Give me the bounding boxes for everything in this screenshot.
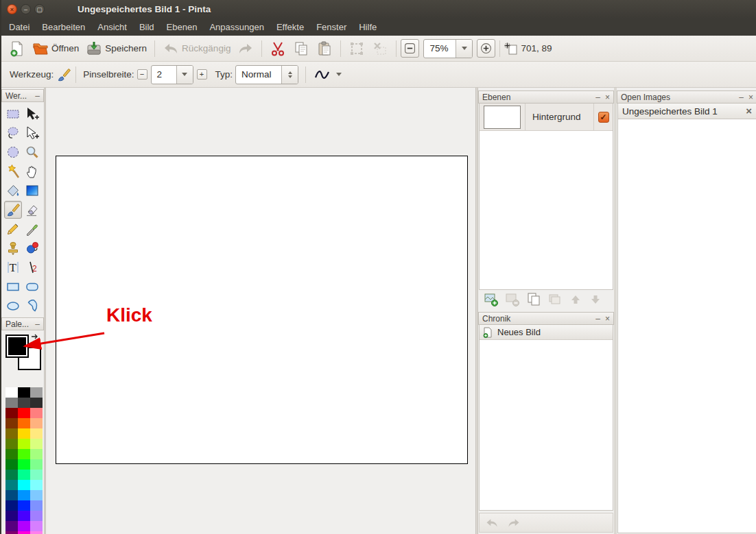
palette-swatch[interactable] [18, 470, 30, 480]
merge-layer-down-button[interactable] [547, 292, 563, 307]
crop-to-selection-button[interactable] [345, 38, 368, 59]
tool-rectangle[interactable] [4, 278, 22, 295]
palette-swatch[interactable] [18, 428, 30, 439]
lower-layer-button[interactable] [589, 293, 602, 306]
tool-eraser[interactable] [23, 201, 41, 219]
layer-name[interactable]: Hintergrund [525, 104, 593, 130]
window-minimize-button[interactable]: – [21, 4, 31, 14]
tool-pencil[interactable] [4, 220, 22, 238]
menu-ebenen[interactable]: Ebenen [161, 19, 204, 35]
palette-swatch[interactable] [30, 408, 43, 418]
palette-swatch[interactable] [18, 398, 30, 408]
menu-datei[interactable]: Datei [3, 19, 36, 35]
close-image-icon[interactable]: × [746, 106, 752, 116]
palette-swatch[interactable] [5, 439, 18, 449]
brush-width-combo[interactable]: 2 [151, 65, 193, 84]
window-maximize-button[interactable]: ▢ [34, 4, 45, 14]
primary-color-swatch[interactable] [5, 335, 29, 358]
palette-swatch[interactable] [30, 439, 43, 449]
deselect-button[interactable] [368, 38, 392, 59]
history-undo-button[interactable] [485, 516, 499, 530]
tool-recolor[interactable] [23, 239, 41, 257]
palette-swatch[interactable] [30, 459, 43, 470]
zoom-level-combo[interactable]: 75% [423, 39, 473, 58]
layer-thumbnail[interactable] [484, 106, 521, 129]
delete-layer-button[interactable] [505, 292, 520, 307]
zoom-out-button[interactable] [401, 39, 419, 58]
copy-button[interactable] [290, 38, 313, 59]
palette-swatch[interactable] [18, 408, 30, 418]
brush-width-decrease-button[interactable]: − [137, 69, 147, 80]
palette-swatch[interactable] [18, 418, 30, 428]
swap-colors-icon[interactable] [30, 333, 40, 343]
palette-swatch[interactable] [5, 521, 18, 531]
brush-width-dropdown-button[interactable] [176, 66, 193, 84]
history-redo-button[interactable] [507, 516, 521, 530]
palette-swatch[interactable] [5, 511, 18, 521]
palette-swatch[interactable] [5, 490, 18, 500]
palette-swatch[interactable] [5, 408, 18, 418]
brush-stroke-style-dropdown[interactable] [336, 73, 342, 76]
open-images-panel-minimize-button[interactable]: ‒ [739, 94, 744, 101]
menu-ansicht[interactable]: Ansicht [91, 19, 133, 35]
menu-hilfe[interactable]: Hilfe [353, 19, 383, 35]
layers-panel-minimize-button[interactable]: ‒ [595, 94, 600, 101]
tool-color-picker[interactable] [23, 220, 41, 238]
palette-swatch[interactable] [5, 459, 18, 470]
palette-swatch[interactable] [18, 480, 30, 490]
palette-swatch[interactable] [18, 521, 30, 531]
palette-swatch[interactable] [18, 531, 30, 534]
palette-swatch[interactable] [5, 387, 18, 398]
tool-lasso-select[interactable] [4, 124, 22, 142]
tool-rectangle-select[interactable] [4, 105, 22, 123]
menu-bearbeiten[interactable]: Bearbeiten [36, 19, 91, 35]
window-close-button[interactable]: × [7, 4, 17, 14]
layers-panel-close-button[interactable]: × [605, 94, 610, 101]
palette-swatch[interactable] [5, 531, 18, 534]
brush-type-select[interactable]: Normal [235, 65, 298, 84]
raise-layer-button[interactable] [569, 293, 582, 306]
cut-button[interactable] [266, 38, 290, 59]
history-panel-close-button[interactable]: × [605, 315, 610, 322]
tool-freeform-shape[interactable] [23, 297, 41, 315]
palette-swatch[interactable] [18, 449, 30, 459]
brush-stroke-style-icon[interactable] [313, 67, 331, 82]
palette-panel-minimize-button[interactable]: ‒ [35, 321, 40, 328]
palette-swatch[interactable] [30, 490, 43, 500]
palette-swatch[interactable] [30, 521, 43, 531]
brush-type-spinner[interactable] [281, 66, 298, 84]
tool-rounded-rectangle[interactable] [23, 278, 41, 295]
menu-fenster[interactable]: Fenster [310, 19, 353, 35]
save-button[interactable]: Speichern [82, 38, 150, 59]
palette-swatch[interactable] [30, 428, 43, 439]
brush-type-value[interactable]: Normal [236, 66, 281, 84]
palette-swatch[interactable] [30, 500, 43, 511]
palette-swatch[interactable] [18, 439, 30, 449]
palette-swatch[interactable] [30, 418, 43, 428]
brush-width-increase-button[interactable]: + [197, 69, 207, 80]
layer-row[interactable]: Hintergrund ✓ [480, 104, 613, 131]
open-images-panel-close-button[interactable]: × [748, 94, 753, 101]
redo-button[interactable] [234, 38, 257, 59]
tool-magic-wand[interactable] [4, 162, 22, 180]
tool-zoom[interactable] [23, 143, 41, 161]
history-entry[interactable]: Neues Bild [480, 325, 613, 340]
palette-swatch[interactable] [18, 511, 30, 521]
palette-swatch[interactable] [30, 531, 43, 534]
tool-paintbrush[interactable] [4, 201, 22, 219]
palette-swatch[interactable] [5, 418, 18, 428]
palette-swatch[interactable] [18, 459, 30, 470]
tool-clone-stamp[interactable] [4, 239, 22, 257]
palette-swatch[interactable] [18, 387, 30, 398]
tool-ellipse[interactable] [4, 297, 22, 315]
new-image-button[interactable] [5, 38, 29, 59]
tool-gradient[interactable] [23, 182, 41, 199]
palette-swatch[interactable] [18, 500, 30, 511]
layer-visibility-checkbox[interactable]: ✓ [598, 112, 609, 123]
zoom-level-value[interactable]: 75% [424, 40, 456, 58]
palette-swatch[interactable] [30, 470, 43, 480]
add-layer-button[interactable] [484, 292, 499, 307]
palette-swatch[interactable] [5, 428, 18, 439]
palette-swatch[interactable] [5, 470, 18, 480]
palette-swatch[interactable] [30, 511, 43, 521]
